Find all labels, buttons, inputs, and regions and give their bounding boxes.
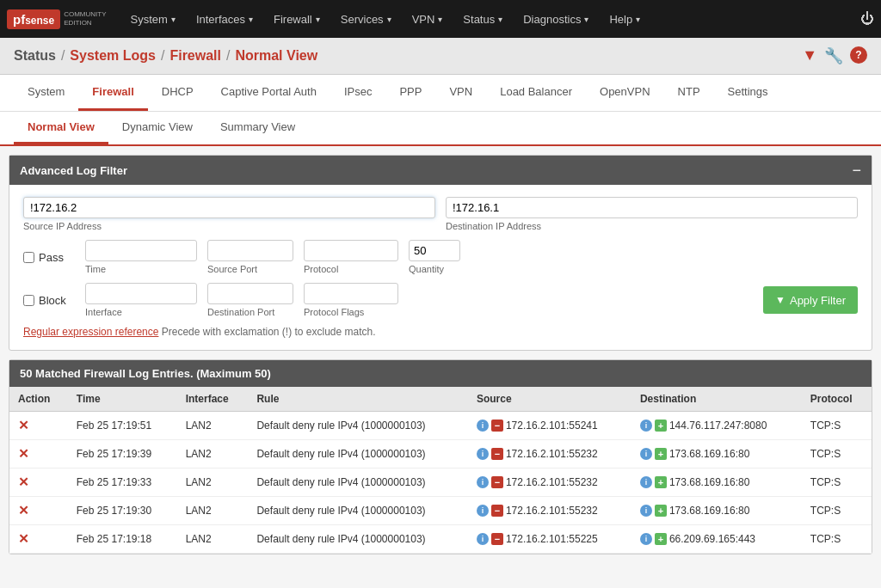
tab-normal-view[interactable]: Normal View [14, 112, 108, 144]
nav-interfaces[interactable]: Interfaces▾ [186, 0, 263, 38]
dest-block-icon[interactable]: + [655, 533, 667, 545]
nav-services[interactable]: Services▾ [330, 0, 402, 38]
nav-menu: System▾ Interfaces▾ Firewall▾ Services▾ … [120, 0, 860, 38]
tab-dhcp[interactable]: DHCP [148, 75, 207, 111]
filter-icon-btn: ▼ [775, 294, 786, 306]
tab-openvpn[interactable]: OpenVPN [586, 75, 664, 111]
nav-firewall[interactable]: Firewall▾ [263, 0, 330, 38]
interface-input[interactable] [85, 283, 197, 304]
dest-block-icon[interactable]: + [655, 476, 667, 488]
dest-info-icon[interactable]: i [640, 505, 652, 517]
regex-reference-link[interactable]: Regular expression reference [23, 326, 158, 338]
tab-firewall[interactable]: Firewall [78, 75, 147, 111]
col-source: Source [468, 387, 631, 412]
pass-checkbox-label[interactable]: Pass [23, 251, 75, 264]
source-info-icon[interactable]: i [477, 533, 489, 545]
dest-block-icon[interactable]: + [655, 420, 667, 432]
tab-summary-view[interactable]: Summary View [206, 112, 309, 144]
source-ip-input[interactable] [23, 197, 435, 218]
dest-block-icon[interactable]: + [655, 448, 667, 460]
source-cell: i − 172.16.2.101:55232 [468, 440, 631, 469]
table-row: ✕ Feb 25 17:19:33 LAN2 Default deny rule… [9, 469, 872, 497]
dest-port-label: Destination Port [207, 307, 293, 317]
dest-info-icon[interactable]: i [640, 448, 652, 460]
tab-ppp[interactable]: PPP [385, 75, 435, 111]
filter-title: Advanced Log Filter [20, 164, 127, 177]
source-block-icon[interactable]: − [491, 533, 503, 545]
source-ip-field: Source IP Address [23, 197, 435, 231]
breadcrumb-system-logs[interactable]: System Logs [70, 48, 156, 64]
nav-help[interactable]: Help▾ [599, 0, 650, 38]
source-port-field: Source Port [207, 240, 293, 274]
interface-field: Interface [85, 283, 197, 317]
tab-load-balancer[interactable]: Load Balancer [486, 75, 586, 111]
wrench-icon[interactable]: 🔧 [824, 46, 843, 65]
dest-cell: i + 173.68.169.16:80 [631, 497, 802, 525]
pass-checkbox[interactable] [23, 252, 34, 263]
tab-system[interactable]: System [14, 75, 78, 111]
help-icon[interactable]: ? [850, 46, 867, 64]
nav-diagnostics[interactable]: Diagnostics▾ [513, 0, 599, 38]
block-checkbox-label[interactable]: Block [23, 294, 75, 307]
quantity-input[interactable] [409, 240, 460, 261]
table-header-row: Action Time Interface Rule Source Destin… [9, 387, 872, 412]
source-port-label: Source Port [207, 264, 293, 274]
tab-settings[interactable]: Settings [714, 75, 782, 111]
protocol-cell: TCP:S [802, 412, 872, 440]
tab-dynamic-view[interactable]: Dynamic View [108, 112, 206, 144]
interface-cell: LAN2 [177, 469, 249, 497]
protocol-input[interactable] [304, 240, 398, 261]
tab-ntp[interactable]: NTP [664, 75, 714, 111]
action-cell: ✕ [9, 469, 68, 497]
source-info-icon[interactable]: i [477, 448, 489, 460]
action-cell: ✕ [9, 497, 68, 525]
dest-cell: i + 144.76.117.247:8080 [631, 412, 802, 440]
dest-info-icon[interactable]: i [640, 420, 652, 432]
action-cell: ✕ [9, 412, 68, 440]
dest-info-icon[interactable]: i [640, 533, 652, 545]
tab-vpn[interactable]: VPN [435, 75, 486, 111]
dest-port-input[interactable] [207, 283, 293, 304]
interface-label: Interface [85, 307, 197, 317]
breadcrumb-normal-view[interactable]: Normal View [235, 48, 317, 64]
dest-cell: i + 66.209.69.165:443 [631, 525, 802, 554]
nav-status[interactable]: Status▾ [453, 0, 513, 38]
breadcrumb-firewall[interactable]: Firewall [169, 48, 221, 64]
filter-collapse-button[interactable]: − [852, 162, 861, 178]
logo-sub: COMMUNITYEDITION [64, 10, 106, 27]
protocol-value: TCP:S [810, 476, 841, 488]
source-block-icon[interactable]: − [491, 420, 503, 432]
app-logo[interactable]: pfsense COMMUNITYEDITION [7, 9, 107, 29]
caret-icon: ▾ [171, 15, 176, 24]
nav-logout[interactable]: ⏻ [860, 11, 874, 27]
apply-filter-button[interactable]: ▼ Apply Filter [763, 286, 858, 314]
filter-icon[interactable]: ▼ [802, 46, 817, 65]
dest-ip-input[interactable] [446, 197, 858, 218]
tab-captive-portal-auth[interactable]: Captive Portal Auth [207, 75, 330, 111]
table-head: Action Time Interface Rule Source Destin… [9, 387, 872, 412]
source-block-icon[interactable]: − [491, 505, 503, 517]
dest-port-field: Destination Port [207, 283, 293, 317]
protocol-flags-input[interactable] [304, 283, 398, 304]
dest-block-icon[interactable]: + [655, 505, 667, 517]
source-block-icon[interactable]: − [491, 476, 503, 488]
protocol-cell: TCP:S [802, 525, 872, 554]
source-info-icon[interactable]: i [477, 420, 489, 432]
tab-ipsec[interactable]: IPsec [330, 75, 386, 111]
action-cell: ✕ [9, 525, 68, 554]
nav-system[interactable]: System▾ [120, 0, 186, 38]
breadcrumb-status: Status [14, 48, 56, 64]
table-row: ✕ Feb 25 17:19:30 LAN2 Default deny rule… [9, 497, 872, 525]
dest-info-icon[interactable]: i [640, 476, 652, 488]
source-info-icon[interactable]: i [477, 476, 489, 488]
rule-cell: Default deny rule IPv4 (1000000103) [248, 412, 467, 440]
nav-vpn[interactable]: VPN▾ [402, 0, 453, 38]
time-input[interactable] [85, 240, 197, 261]
block-checkbox[interactable] [23, 295, 34, 306]
source-port-input[interactable] [207, 240, 293, 261]
interface-cell: LAN2 [177, 412, 249, 440]
time-cell: Feb 25 17:19:18 [68, 525, 177, 554]
source-block-icon[interactable]: − [491, 448, 503, 460]
source-info-icon[interactable]: i [477, 505, 489, 517]
time-cell: Feb 25 17:19:30 [68, 497, 177, 525]
